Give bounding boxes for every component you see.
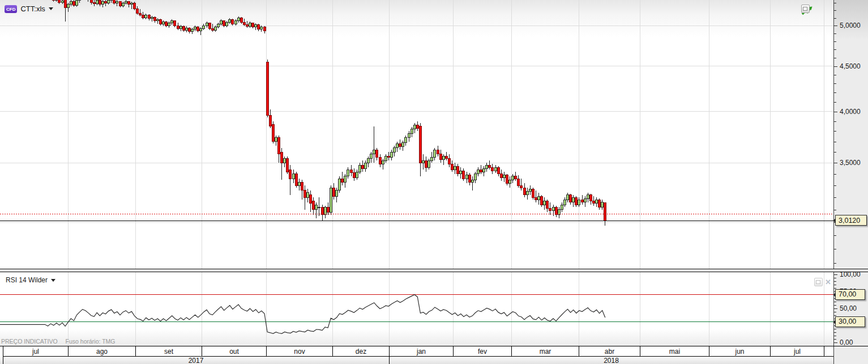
candlestick: [113, 0, 116, 3]
price-minor-tick: [834, 3, 836, 3]
price-minor-tick: [834, 131, 836, 132]
candlestick: [500, 174, 502, 177]
candlestick: [567, 195, 569, 200]
chevron-down-icon[interactable]: [49, 7, 53, 12]
price-minor-tick: [834, 249, 836, 249]
candlestick: [494, 167, 497, 171]
candlestick: [246, 25, 248, 27]
year-divider: [3, 357, 3, 364]
candlestick: [332, 188, 335, 196]
candlestick: [587, 195, 589, 198]
candlestick: [151, 17, 153, 19]
year-label: 2018: [389, 357, 833, 364]
candlestick: [506, 175, 508, 183]
candlestick: [330, 188, 332, 212]
candlestick: [387, 156, 390, 158]
candlestick: [376, 150, 378, 157]
rsi-line: [0, 295, 605, 334]
price-tick-label: 4,5000: [840, 62, 861, 70]
candlestick: [61, 1, 63, 3]
candlestick: [442, 156, 444, 160]
indicator-label: RSI 14 Wilder: [6, 276, 48, 284]
candlestick: [592, 201, 595, 204]
price-minor-tick: [834, 58, 836, 58]
price-minor-tick: [834, 33, 836, 34]
candlestick: [295, 174, 297, 185]
candlestick: [347, 170, 349, 176]
candlestick: [584, 198, 586, 202]
restore-panel-icon[interactable]: [814, 278, 823, 286]
price-tick-label: 3,5000: [840, 159, 861, 167]
candlestick: [153, 17, 156, 21]
candlestick: [226, 23, 228, 26]
candlestick: [313, 201, 315, 210]
candlestick: [489, 165, 491, 167]
candlestick: [552, 207, 554, 211]
candlestick: [136, 9, 139, 14]
candlestick: [127, 2, 130, 5]
year-axis: 20172018: [0, 357, 833, 364]
time-axis[interactable]: julagosetoutnovdezjanfevmarabrmaijunjul: [0, 346, 833, 357]
candlestick: [413, 125, 416, 129]
watermark: PREÇO INDICATIVOFuso horário: TMG: [1, 338, 123, 345]
candlestick: [509, 180, 511, 183]
candlestick: [217, 24, 219, 27]
candlestick: [200, 28, 202, 31]
close-icon[interactable]: ✕: [825, 278, 831, 286]
candlestick: [229, 19, 231, 22]
candlestick: [535, 197, 537, 200]
candlestick: [269, 115, 271, 126]
rsi-tick: [834, 336, 836, 336]
candlestick: [598, 200, 601, 207]
candlestick: [156, 19, 159, 21]
price-minor-tick: [834, 174, 836, 175]
candlestick: [596, 200, 598, 203]
candlestick: [523, 188, 525, 195]
rsi-tick: [834, 329, 836, 329]
candlestick: [165, 22, 168, 26]
rsi-panel[interactable]: RSI 14 Wilder ✕ PREÇO INDICATIVOFuso hor…: [0, 272, 833, 346]
price-major-tick: [834, 66, 837, 67]
candlestick: [529, 189, 531, 191]
price-minor-tick: [834, 92, 836, 93]
price-minor-tick: [834, 197, 836, 198]
candlestick: [307, 193, 309, 197]
candlestick: [439, 154, 442, 160]
candlestick: [275, 137, 277, 141]
month-cell-out: out: [202, 346, 266, 357]
price-minor-tick: [834, 121, 836, 122]
candlestick: [163, 22, 165, 24]
candlestick: [249, 23, 251, 26]
month-cell-mar: mar: [511, 346, 579, 357]
indicator-selector[interactable]: RSI 14 Wilder: [6, 276, 55, 284]
candlestick: [561, 205, 563, 210]
candlestick: [503, 175, 505, 177]
restore-window-icon[interactable]: [801, 5, 810, 13]
panel-separator[interactable]: [0, 269, 868, 272]
chevron-down-icon[interactable]: [51, 279, 55, 284]
candlestick: [93, 2, 95, 4]
price-chart-panel[interactable]: CFD CTT:xls: [0, 0, 833, 269]
candlestick: [76, 0, 78, 5]
instrument-selector[interactable]: CFD CTT:xls: [5, 5, 53, 13]
candlestick: [454, 166, 456, 170]
candlestick: [310, 195, 312, 204]
candlestick: [384, 156, 387, 161]
candlestick: [405, 137, 407, 142]
candlestick: [321, 207, 323, 214]
candlestick: [101, 2, 104, 5]
month-cell-jul: jul: [770, 346, 824, 357]
candlestick-chart-canvas[interactable]: [0, 0, 833, 269]
candlestick: [541, 196, 543, 205]
rsi-tick: [834, 332, 836, 333]
candlestick: [471, 180, 473, 182]
candlestick: [148, 15, 150, 19]
price-tick-label: 4,0000: [840, 108, 861, 116]
candlestick: [243, 23, 245, 25]
candlestick: [604, 203, 606, 221]
year-label: 2017: [3, 357, 389, 364]
rsi-chart-canvas[interactable]: [0, 272, 833, 346]
candlestick: [168, 23, 170, 26]
price-minor-tick: [834, 235, 836, 236]
candlestick: [538, 196, 540, 200]
